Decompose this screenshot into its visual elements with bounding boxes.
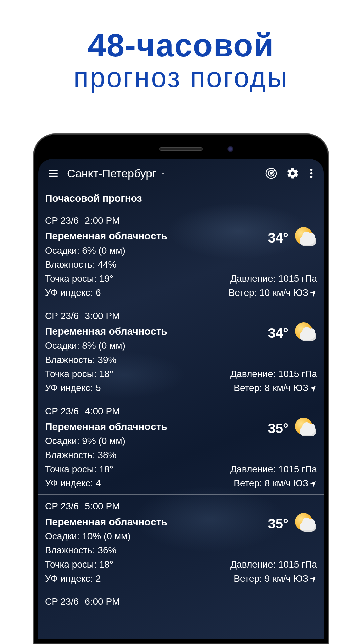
hour-datetime: СР 23/6 4:00 PM: [45, 404, 220, 418]
partly-cloudy-icon: [293, 512, 317, 536]
pressure: Давление: 1015 гПа: [230, 367, 317, 381]
hour-list[interactable]: СР 23/6 2:00 PM Переменная облачность Ос…: [38, 209, 324, 613]
phone-camera: [227, 146, 233, 152]
hour-day: СР 23/6: [45, 309, 79, 323]
hour-datetime: СР 23/6 2:00 PM: [45, 214, 220, 228]
humidity: Влажность: 36%: [45, 543, 220, 557]
dew-point: Точка росы: 18°: [45, 367, 220, 381]
hour-day: СР 23/6: [45, 404, 79, 418]
precipitation: Осадки: 10% (0 мм): [45, 529, 220, 543]
temp-row: 35°: [268, 416, 317, 440]
partly-cloudy-icon: [293, 226, 317, 250]
condition: Переменная облачность: [45, 419, 220, 434]
location-selector[interactable]: Санкт-Петербург: [67, 167, 166, 180]
hour-time: 2:00 PM: [85, 214, 120, 228]
uv-index: УФ индекс: 6: [45, 286, 220, 300]
hour-item[interactable]: СР 23/6 6:00 PM: [38, 590, 324, 613]
hour-time: 3:00 PM: [85, 309, 120, 323]
hour-right-bottom: Давление: 1015 гПа Ветер: 10 км/ч ЮЗ: [229, 272, 317, 300]
temp-row: 34°: [268, 226, 317, 250]
hour-time: 6:00 PM: [85, 595, 120, 609]
condition: Переменная облачность: [45, 514, 220, 529]
menu-button[interactable]: [46, 166, 61, 181]
radar-icon: [264, 167, 278, 180]
svg-point-7: [310, 169, 313, 171]
wind-direction-icon: [309, 383, 318, 393]
hour-item[interactable]: СР 23/6 5:00 PM Переменная облачность Ос…: [38, 495, 324, 590]
hour-item[interactable]: СР 23/6 4:00 PM Переменная облачность Ос…: [38, 399, 324, 495]
wind: Ветер: 8 км/ч ЮЗ: [234, 381, 317, 395]
hour-item[interactable]: СР 23/6 2:00 PM Переменная облачность Ос…: [38, 209, 324, 304]
svg-point-9: [310, 176, 313, 178]
location-name: Санкт-Петербург: [67, 167, 157, 180]
precipitation: Осадки: 6% (0 мм): [45, 244, 220, 258]
hour-day: СР 23/6: [45, 214, 79, 228]
hour-datetime: СР 23/6 3:00 PM: [45, 309, 220, 323]
partly-cloudy-icon: [293, 321, 317, 345]
wind-direction-icon: [309, 288, 318, 298]
dew-point: Точка росы: 18°: [45, 462, 220, 476]
hour-right: 35° Давление: 1015 гПа Ветер: 8 км/ч ЮЗ: [223, 404, 317, 490]
hour-datetime: СР 23/6 6:00 PM: [45, 595, 220, 609]
temperature: 34°: [268, 323, 289, 343]
more-vert-icon: [310, 168, 313, 179]
pressure: Давление: 1015 гПа: [230, 272, 317, 286]
pressure: Давление: 1015 гПа: [230, 462, 317, 476]
promo-title: 48-часовой прогноз погоды: [0, 0, 362, 93]
section-title: Почасовой прогноз: [38, 186, 324, 209]
partly-cloudy-icon: [293, 416, 317, 440]
radar-button[interactable]: [263, 166, 279, 181]
hour-item[interactable]: СР 23/6 3:00 PM Переменная облачность Ос…: [38, 304, 324, 399]
gear-icon: [286, 167, 299, 180]
uv-index: УФ индекс: 2: [45, 572, 220, 586]
temperature: 35°: [268, 514, 289, 534]
app-screen: Санкт-Петербург Почасовой прогноз СР 23/…: [38, 159, 324, 639]
wind: Ветер: 8 км/ч ЮЗ: [234, 476, 317, 490]
temperature: 35°: [268, 418, 289, 438]
hour-right-bottom: Давление: 1015 гПа Ветер: 8 км/ч ЮЗ: [230, 462, 317, 490]
hour-time: 5:00 PM: [85, 499, 120, 514]
overflow-button[interactable]: [306, 166, 316, 181]
wind: Ветер: 10 км/ч ЮЗ: [229, 286, 317, 300]
hour-datetime: СР 23/6 5:00 PM: [45, 499, 220, 514]
temp-row: 34°: [268, 321, 317, 345]
precipitation: Осадки: 8% (0 мм): [45, 339, 220, 353]
precipitation: Осадки: 9% (0 мм): [45, 434, 220, 448]
condition: Переменная облачность: [45, 228, 220, 244]
hour-day: СР 23/6: [45, 595, 79, 609]
phone-frame: Санкт-Петербург Почасовой прогноз СР 23/…: [34, 134, 328, 644]
phone-bezel: [38, 139, 324, 159]
promo-line2: прогноз погоды: [0, 62, 362, 93]
condition: Переменная облачность: [45, 324, 220, 339]
uv-index: УФ индекс: 4: [45, 476, 220, 490]
dew-point: Точка росы: 19°: [45, 272, 220, 286]
uv-index: УФ индекс: 5: [45, 381, 220, 395]
temperature: 34°: [268, 228, 289, 248]
hour-right-bottom: Давление: 1015 гПа Ветер: 9 км/ч ЮЗ: [230, 557, 317, 586]
promo-line1: 48-часовой: [0, 27, 362, 64]
settings-button[interactable]: [285, 166, 300, 181]
pressure: Давление: 1015 гПа: [230, 557, 317, 572]
dew-point: Точка росы: 18°: [45, 557, 220, 572]
temp-row: 35°: [268, 512, 317, 536]
humidity: Влажность: 44%: [45, 258, 220, 272]
hour-time: 4:00 PM: [85, 404, 120, 418]
hamburger-icon: [48, 168, 59, 179]
phone-speaker: [159, 147, 203, 151]
wind: Ветер: 9 км/ч ЮЗ: [234, 572, 317, 586]
hour-right: 34° Давление: 1015 гПа Ветер: 10 км/ч ЮЗ: [223, 214, 317, 300]
hour-right-bottom: Давление: 1015 гПа Ветер: 8 км/ч ЮЗ: [230, 367, 317, 395]
wind-direction-icon: [309, 574, 318, 583]
hour-day: СР 23/6: [45, 499, 79, 514]
humidity: Влажность: 38%: [45, 448, 220, 462]
app-bar: Санкт-Петербург: [38, 159, 324, 186]
svg-point-8: [310, 172, 313, 175]
hour-right: 35° Давление: 1015 гПа Ветер: 9 км/ч ЮЗ: [223, 499, 317, 586]
wind-direction-icon: [309, 479, 318, 488]
chevron-down-icon: [160, 170, 166, 176]
humidity: Влажность: 39%: [45, 353, 220, 367]
hour-right: 34° Давление: 1015 гПа Ветер: 8 км/ч ЮЗ: [223, 309, 317, 395]
